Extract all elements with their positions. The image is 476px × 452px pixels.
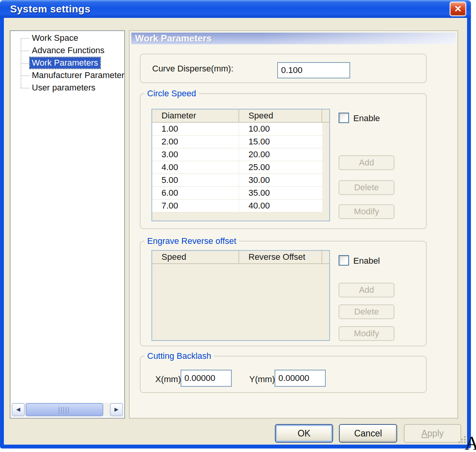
ok-button[interactable]: OK xyxy=(275,424,333,443)
cell-speed: 10.00 xyxy=(239,123,322,135)
apply-label-rest: pply xyxy=(427,428,444,438)
x-mm-label: X(mm): xyxy=(155,374,183,384)
y-mm-input[interactable] xyxy=(274,370,326,387)
sidebar-item-label: Work Space xyxy=(30,33,80,43)
curve-disperse-input[interactable] xyxy=(277,62,350,78)
column-header-reverse-offset[interactable]: Reverse Offset xyxy=(239,251,322,263)
cell-speed: 25.00 xyxy=(239,161,322,174)
scroll-left-icon[interactable]: ◄ xyxy=(12,403,25,416)
cell-diameter: 4.00 xyxy=(152,161,239,174)
scrollbar-thumb[interactable] xyxy=(26,403,103,416)
table-row[interactable]: 4.00 25.00 xyxy=(152,161,322,174)
engrave-offset-table[interactable]: Speed Reverse Offset xyxy=(151,250,330,341)
sidebar-item-user-parameters[interactable]: User parameters xyxy=(10,82,124,94)
circle-speed-add-button[interactable]: Add xyxy=(339,155,394,170)
title-bar[interactable]: System settings ✕ xyxy=(0,0,471,18)
cell-speed: 40.00 xyxy=(239,200,322,212)
sidebar-item-label: Manufacturer Parameters xyxy=(30,70,125,81)
circle-speed-caption: Circle Speed xyxy=(144,89,199,99)
system-settings-dialog: System settings ✕ Work Space Advance Fun… xyxy=(0,0,471,449)
y-mm-label: Y(mm): xyxy=(249,374,277,384)
engrave-offset-delete-button[interactable]: Delete xyxy=(339,304,394,319)
cancel-button[interactable]: Cancel xyxy=(339,424,397,443)
engrave-offset-enable-label: Enabel xyxy=(353,256,380,266)
cell-diameter: 2.00 xyxy=(152,136,239,148)
circle-speed-delete-button[interactable]: Delete xyxy=(339,180,394,195)
circle-speed-enable-checkbox[interactable] xyxy=(339,113,349,123)
table-row[interactable]: 3.00 20.00 xyxy=(152,148,322,161)
panel-header: Work Parameters xyxy=(131,33,456,44)
apply-button[interactable]: Apply xyxy=(404,424,461,443)
cell-speed: 20.00 xyxy=(239,148,322,161)
sidebar-item-label: Advance Functions xyxy=(30,45,106,56)
circle-speed-table[interactable]: Diameter Speed 1.00 10.00 2.00 15.00 xyxy=(151,109,330,221)
table-row[interactable]: 5.00 30.00 xyxy=(152,174,322,187)
table-header-row[interactable]: Diameter Speed xyxy=(152,110,329,123)
tree-branch-icon xyxy=(21,88,29,89)
cell-speed: 15.00 xyxy=(239,136,322,148)
cutting-backlash-caption: Cutting Backlash xyxy=(144,351,214,361)
scrollbar-track[interactable] xyxy=(26,403,109,416)
sidebar-item-label: User parameters xyxy=(30,82,97,93)
cell-diameter: 6.00 xyxy=(152,187,239,199)
sidebar-item-work-parameters[interactable]: Work Parameters xyxy=(10,57,124,69)
background-document-text: A xyxy=(465,432,476,452)
cell-speed: 35.00 xyxy=(239,187,322,199)
column-header-speed[interactable]: Speed xyxy=(152,251,239,263)
circle-speed-modify-button[interactable]: Modify xyxy=(339,204,394,219)
engrave-offset-enable-checkbox[interactable] xyxy=(339,255,349,266)
cell-diameter: 7.00 xyxy=(152,200,239,212)
x-mm-input[interactable] xyxy=(181,370,232,387)
table-row[interactable]: 6.00 35.00 xyxy=(152,187,322,200)
settings-tree: Work Space Advance Functions Work Parame… xyxy=(10,30,125,419)
tree-branch-icon xyxy=(21,75,29,76)
close-icon[interactable]: ✕ xyxy=(450,2,466,16)
table-row[interactable]: 1.00 10.00 xyxy=(152,123,322,136)
circle-speed-enable-label: Enable xyxy=(353,113,380,123)
cell-diameter: 5.00 xyxy=(152,174,239,186)
sidebar-item-work-space[interactable]: Work Space xyxy=(10,32,124,44)
engrave-offset-add-button[interactable]: Add xyxy=(339,283,394,297)
screen: A System settings ✕ Work Space Advance F… xyxy=(0,0,476,452)
work-parameters-panel: Work Parameters Curve Disperse(mm): Circ… xyxy=(129,30,458,419)
engrave-offset-caption: Engrave Reverse offset xyxy=(144,236,239,246)
apply-accelerator: A xyxy=(421,428,427,438)
table-body: 1.00 10.00 2.00 15.00 3.00 20.00 4.00 xyxy=(152,123,322,212)
sidebar-item-advance-functions[interactable]: Advance Functions xyxy=(10,44,124,57)
sidebar-item-label-selected: Work Parameters xyxy=(30,57,100,68)
dialog-body: Work Space Advance Functions Work Parame… xyxy=(4,18,467,445)
engrave-offset-modify-button[interactable]: Modify xyxy=(339,326,394,341)
column-header-speed[interactable]: Speed xyxy=(239,110,322,122)
tree-branch-icon xyxy=(21,50,29,51)
cell-speed: 30.00 xyxy=(239,174,322,186)
column-header-diameter[interactable]: Diameter xyxy=(152,110,239,122)
page-title: Work Parameters xyxy=(131,33,456,44)
cell-diameter: 1.00 xyxy=(152,123,239,135)
cell-diameter: 3.00 xyxy=(152,148,239,161)
window-title: System settings xyxy=(10,3,90,15)
sidebar-item-manufacturer-parameters[interactable]: Manufacturer Parameters xyxy=(10,69,124,82)
table-row[interactable]: 7.00 40.00 xyxy=(152,200,322,212)
tree-branch-icon xyxy=(21,38,29,39)
thumb-grip-icon xyxy=(59,407,70,414)
table-row[interactable]: 2.00 15.00 xyxy=(152,136,322,148)
tree-horizontal-scrollbar[interactable]: ◄ ► xyxy=(12,403,123,417)
curve-disperse-label: Curve Disperse(mm): xyxy=(152,64,233,74)
tree-branch-icon xyxy=(21,63,29,64)
scroll-right-icon[interactable]: ► xyxy=(110,403,123,416)
table-header-row[interactable]: Speed Reverse Offset xyxy=(152,251,329,264)
